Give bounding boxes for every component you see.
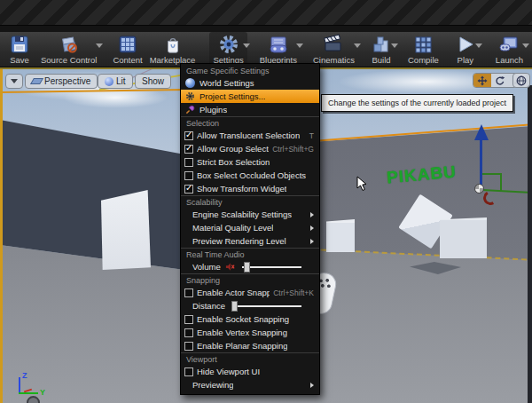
source-control-icon (58, 34, 81, 55)
cinematics-icon (322, 34, 345, 55)
menu-item-plugins[interactable]: Plugins (181, 103, 319, 116)
menu-section-header: Selection (181, 117, 319, 129)
checkbox[interactable] (184, 145, 193, 154)
show-flags-button[interactable]: Show (135, 74, 171, 89)
volume-slider-handle[interactable] (244, 262, 250, 273)
menu-item-world-settings[interactable]: World Settings (181, 76, 319, 90)
submenu-arrow-icon (310, 239, 314, 244)
menu-item-hide-viewport-ui[interactable]: Hide Viewport UI (181, 365, 319, 378)
help-circle-icon[interactable] (27, 396, 40, 403)
gizmo-z-axis[interactable] (480, 138, 482, 190)
viewport-right-edge (528, 85, 532, 403)
checkbox[interactable] (184, 131, 193, 140)
settings-dropdown-menu: Game Specific Settings World Settings Pr… (180, 63, 320, 395)
menu-item-allow-group-selection[interactable]: Allow Group Selection Ctrl+Shift+G (181, 142, 319, 155)
dropdown-caret-icon[interactable] (243, 43, 250, 48)
gizmo-z-arrowhead (474, 124, 489, 140)
gizmo-center-handle[interactable] (474, 184, 484, 194)
checkbox[interactable] (184, 367, 193, 376)
menu-item-box-select-occluded-objects[interactable]: Box Select Occluded Objects (181, 169, 319, 182)
checkbox[interactable] (184, 158, 193, 167)
settings-gear-icon (217, 34, 240, 55)
blueprints-button[interactable]: Blueprints (256, 32, 301, 67)
muted-speaker-icon[interactable] (224, 262, 236, 272)
axis-widget-y (19, 392, 38, 394)
build-button[interactable]: Build (367, 32, 395, 67)
play-label: Play (458, 55, 473, 65)
submenu-arrow-icon (310, 225, 314, 231)
settings-button[interactable]: Settings (209, 32, 246, 67)
menu-item-previewing[interactable]: Previewing (181, 378, 319, 391)
menu-section-header: Viewport (181, 353, 319, 365)
rotate-tool-button[interactable] (491, 74, 509, 87)
source-control-label: Source Control (41, 55, 97, 65)
compile-button[interactable]: Compile (404, 32, 442, 67)
save-icon (9, 34, 30, 55)
content-button[interactable]: Content (109, 32, 145, 67)
checkbox[interactable] (184, 315, 193, 324)
tooltip: Change the settings of the currently loa… (321, 94, 513, 112)
distance-slider[interactable] (231, 305, 301, 307)
show-label: Show (142, 76, 164, 86)
compile-icon (412, 34, 434, 55)
shortcut-label: T (309, 131, 314, 140)
globe-icon (516, 75, 527, 86)
menu-item-enable-actor-snapping[interactable]: Enable Actor Snapping Ctrl+Shift+K (181, 286, 319, 299)
rotate-icon (495, 75, 505, 86)
dropdown-caret-icon[interactable] (391, 43, 398, 48)
marketplace-button[interactable]: Marketplace (146, 32, 200, 67)
menu-section-game-specific-settings: Game Specific Settings World Settings Pr… (181, 65, 319, 116)
view-mode-label: Lit (116, 76, 126, 86)
menu-item-engine-scalability-settings[interactable]: Engine Scalability Settings (181, 208, 319, 221)
white-cube[interactable] (101, 190, 151, 270)
camera-mode-button[interactable]: Perspective (25, 74, 98, 89)
white-cube[interactable] (326, 219, 355, 252)
axis-widget-z (19, 377, 20, 393)
checkbox[interactable] (184, 185, 193, 194)
dropdown-caret-icon[interactable] (96, 43, 103, 48)
menu-item-project-settings[interactable]: Project Settings... (181, 90, 319, 103)
distance-slider-handle[interactable] (231, 301, 238, 312)
shortcut-label: Ctrl+Shift+K (273, 288, 314, 297)
menu-item-allow-translucent-selection[interactable]: Allow Translucent Selection T (181, 129, 319, 142)
content-browser-icon (117, 34, 138, 55)
white-cube[interactable] (440, 217, 487, 258)
chevron-down-icon (11, 79, 18, 83)
checkbox[interactable] (184, 328, 193, 337)
axis-y-label: Y (40, 388, 45, 397)
gizmo-y-bracket (500, 173, 502, 191)
gizmo-y-bracket (482, 173, 502, 175)
checkbox[interactable] (184, 342, 193, 351)
menu-section-header: Scalability (181, 196, 319, 208)
launch-button[interactable]: Launch (492, 32, 527, 67)
world-space-toggle-button[interactable] (512, 73, 530, 88)
lit-sphere-icon (105, 77, 113, 86)
move-tool-button[interactable] (473, 74, 491, 87)
menu-item-material-quality-level[interactable]: Material Quality Level (181, 221, 319, 234)
menu-item-preview-rendering-level[interactable]: Preview Rendering Level (181, 234, 319, 248)
menu-item-strict-box-selection[interactable]: Strict Box Selection (181, 155, 319, 169)
marketplace-icon (163, 34, 183, 55)
viewport-options-button[interactable] (5, 74, 23, 89)
view-mode-button[interactable]: Lit (98, 74, 133, 89)
dropdown-caret-icon[interactable] (522, 43, 529, 48)
source-control-button[interactable]: Source Control (37, 32, 100, 67)
tab-well-stripes (0, 0, 532, 25)
cinematics-button[interactable]: Cinematics (309, 32, 358, 67)
menu-item-enable-vertex-snapping[interactable]: Enable Vertex Snapping (181, 326, 319, 339)
menu-item-enable-planar-snapping[interactable]: Enable Planar Snapping (181, 339, 319, 352)
dropdown-caret-icon[interactable] (296, 43, 303, 48)
play-button[interactable]: Play (451, 32, 480, 67)
compile-label: Compile (408, 55, 439, 65)
menu-section-header: Game Specific Settings (181, 65, 319, 76)
dropdown-caret-icon[interactable] (475, 43, 482, 48)
checkbox[interactable] (184, 288, 193, 297)
volume-slider[interactable] (242, 266, 301, 268)
checkbox[interactable] (184, 171, 193, 180)
perspective-icon (30, 78, 43, 84)
menu-item-enable-socket-snapping[interactable]: Enable Socket Snapping (181, 312, 319, 326)
menu-item-show-transform-widget[interactable]: Show Transform Widget (181, 182, 319, 195)
save-button[interactable]: Save (5, 32, 34, 67)
dropdown-caret-icon[interactable] (354, 43, 361, 48)
build-label: Build (372, 55, 390, 65)
